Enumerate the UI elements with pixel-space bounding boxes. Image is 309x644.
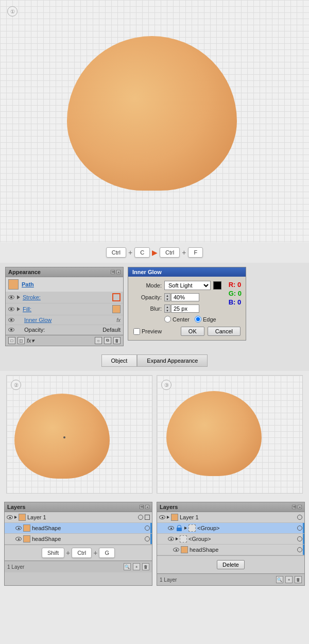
object-button[interactable]: Object: [101, 354, 138, 367]
stroke-label[interactable]: Stroke:: [23, 294, 110, 300]
layer1-tri-right[interactable]: [167, 516, 169, 519]
path-label[interactable]: Path: [22, 281, 34, 287]
layers-bottom-left: 1 Layer 🔍 + 🗑: [5, 561, 152, 572]
layers-new-layer-left[interactable]: +: [133, 563, 140, 570]
preview-checkbox[interactable]: [133, 328, 140, 335]
group1-tri-right[interactable]: [184, 527, 187, 530]
g-key: G: [99, 548, 115, 558]
menu-btn[interactable]: ≡: [116, 270, 121, 274]
mode-label: Mode:: [133, 282, 162, 289]
headshape2-row-left[interactable]: headShape: [5, 534, 152, 545]
layer1-tri-left[interactable]: [14, 516, 17, 519]
ctrl-layers-key: Ctrl: [72, 548, 92, 558]
edge-radio[interactable]: [195, 316, 201, 323]
layers-search-left[interactable]: 🔍: [124, 563, 131, 570]
fill-swatch[interactable]: [112, 305, 121, 313]
opacity-spin-down[interactable]: ▼: [165, 297, 170, 301]
opacity-spin-up[interactable]: ▲: [165, 294, 170, 297]
canvas-3: ③: [157, 375, 303, 494]
layer1-circle-left: [138, 515, 143, 520]
layers-bottom-right: 1 Layer 🔍 + 🗑: [157, 573, 304, 585]
fx-label[interactable]: fx: [116, 317, 121, 323]
cancel-button[interactable]: Cancel: [208, 327, 241, 336]
layers-collapse-right[interactable]: ≪: [292, 505, 296, 509]
blur-spin-up[interactable]: ▲: [165, 305, 170, 309]
panel-duplicate-icon[interactable]: ⧉: [104, 337, 111, 344]
expand-appearance-button[interactable]: Expand Appearance: [137, 354, 208, 367]
layers-menu-left[interactable]: ≡: [145, 505, 149, 509]
group2-row-right[interactable]: <Group>: [157, 534, 304, 545]
layer1-row-right[interactable]: Layer 1: [157, 512, 304, 523]
preview-checkbox-label[interactable]: Preview: [133, 328, 162, 335]
opacity-eye[interactable]: [8, 328, 14, 332]
blur-spin-buttons[interactable]: ▲ ▼: [164, 304, 170, 313]
stroke-row: Stroke:: [6, 292, 123, 303]
opacity-spin-buttons[interactable]: ▲ ▼: [164, 293, 170, 301]
plus-icon-1: +: [128, 248, 132, 257]
fill-expand-arrow[interactable]: [17, 307, 20, 311]
opacity-field[interactable]: [171, 293, 199, 301]
headshape-row-right[interactable]: headShape: [157, 545, 304, 555]
new-layer-icon[interactable]: □: [8, 337, 15, 344]
group1-eye-right[interactable]: [168, 526, 174, 530]
layers-controls-left: ≪ ≡: [140, 505, 149, 509]
headshape2-eye-left[interactable]: [15, 537, 22, 541]
center-radio-label[interactable]: Center: [164, 316, 190, 323]
layer1-row-left[interactable]: Layer 1: [5, 512, 152, 523]
selection-bar-1: [150, 523, 152, 533]
ok-button[interactable]: OK: [181, 327, 204, 336]
inner-glow-row: Inner Glow fx: [6, 315, 123, 325]
delete-button[interactable]: Delete: [217, 560, 245, 569]
panel-row: Appearance ≪ ≡ Path Stroke: Fill:: [0, 263, 309, 350]
layers-new-layer-right[interactable]: +: [285, 576, 293, 583]
radio-group: Center Edge: [164, 316, 241, 323]
headshape2-circle-left: [145, 536, 150, 541]
group2-eye-right[interactable]: [168, 537, 174, 541]
center-radio[interactable]: [164, 316, 171, 323]
collapse-btn[interactable]: ≪: [111, 270, 115, 274]
headshape1-row-left[interactable]: headShape: [5, 523, 152, 534]
layers-search-right[interactable]: 🔍: [276, 576, 283, 583]
inner-glow-eye[interactable]: [8, 318, 14, 322]
fill-visibility-eye[interactable]: [8, 307, 14, 311]
path-header: Path: [6, 277, 123, 292]
duplicate-icon[interactable]: ◫: [18, 337, 25, 344]
opacity-spinner: ▲ ▼: [164, 293, 199, 301]
layers-panel-right: Layers ≪ ≡ Layer 1 <Group>: [157, 502, 305, 586]
stroke-visibility-eye[interactable]: [8, 295, 14, 299]
group2-swatch-right: [180, 535, 187, 543]
group1-row-right[interactable]: <Group>: [157, 523, 304, 534]
inner-glow-label[interactable]: Inner Glow: [24, 317, 114, 323]
headshape1-eye-left[interactable]: [15, 526, 22, 530]
layers-menu-right[interactable]: ≡: [298, 505, 302, 509]
action-row: Object Expand Appearance: [0, 350, 309, 371]
fill-row: Fill:: [6, 303, 123, 315]
stroke-expand-arrow[interactable]: [17, 295, 20, 299]
fx-bottom-icon[interactable]: fx▾: [27, 337, 35, 344]
layers-delete-left[interactable]: 🗑: [142, 563, 149, 570]
selection-bar-r3: [303, 545, 304, 555]
group1-circle-right: [297, 526, 302, 531]
mode-select[interactable]: Soft Light: [164, 281, 211, 290]
blur-spin-down[interactable]: ▼: [165, 309, 170, 312]
layers-delete-right[interactable]: 🗑: [295, 576, 302, 583]
stroke-swatch[interactable]: [112, 293, 121, 301]
center-label: Center: [173, 316, 190, 323]
delete-appearance-icon[interactable]: 🗑: [113, 337, 121, 344]
headshape1-circle-left: [145, 526, 150, 531]
layer1-eye-right[interactable]: [159, 515, 165, 519]
fill-label[interactable]: Fill:: [23, 306, 110, 312]
layer1-eye-left[interactable]: [7, 515, 13, 519]
headshape-name-right: headShape: [190, 547, 296, 553]
group2-tri-right[interactable]: [176, 537, 178, 540]
layers-title-right: Layers: [160, 504, 178, 510]
blur-field[interactable]: [171, 304, 199, 313]
circle-icon[interactable]: ○: [95, 337, 102, 344]
edge-radio-label[interactable]: Edge: [195, 316, 216, 323]
headshape-eye-right[interactable]: [173, 548, 179, 552]
appearance-titlebar: Appearance ≪ ≡: [6, 267, 123, 277]
layers-collapse-left[interactable]: ≪: [140, 505, 144, 509]
shortcut-row-layers: Shift + Ctrl + G: [5, 545, 152, 561]
rgb-display: R: 0 G: 0 B: 0: [229, 281, 242, 307]
glow-color-swatch[interactable]: [213, 281, 221, 290]
